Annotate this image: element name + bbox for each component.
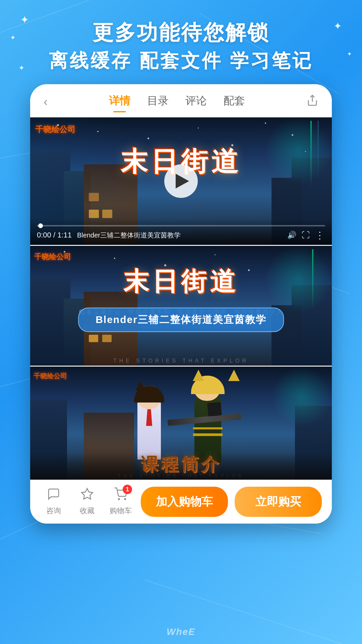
character-2 — [181, 376, 248, 463]
course-intro-title: 课程简介 — [141, 453, 221, 476]
intro-neon-sign: 千晓绘公司 — [34, 372, 67, 381]
header-title: 更多功能待您解锁 — [0, 20, 362, 45]
more-options-icon[interactable]: ⋮ — [315, 230, 325, 241]
phone-nav: ‹ 详情 目录 评论 配套 — [30, 84, 332, 117]
thumbnail-neon-sign: 千晓绘公司 — [34, 252, 71, 262]
cart-button[interactable]: 1 购物车 — [107, 487, 134, 516]
video-title-bar: Blender三辅二整体街道美宜茵教学 — [77, 231, 282, 240]
video-progress-dot[interactable] — [38, 223, 43, 228]
bottom-toolbar: 咨询 收藏 1 购物车 加入购物车 立即购买 — [30, 480, 332, 524]
volume-icon[interactable]: 🔊 — [287, 231, 296, 239]
neon-sign-1: 千晓绘公司 — [35, 124, 75, 135]
svg-point-2 — [118, 499, 119, 500]
header-section: 更多功能待您解锁 离线缓存 配套文件 学习笔记 — [0, 0, 362, 84]
course-title-banner: Blender三辅二整体街道美宜茵教学 — [78, 308, 284, 332]
course-banner-text: Blender三辅二整体街道美宜茵教学 — [96, 314, 266, 325]
cart-label: 购物车 — [110, 506, 132, 516]
phone-frame: ‹ 详情 目录 评论 配套 — [30, 84, 332, 524]
video-icons: 🔊 ⛶ ⋮ — [287, 230, 325, 241]
add-to-cart-button[interactable]: 加入购物车 — [141, 487, 228, 517]
video-info-row: 0:00 / 1:11 Blender三辅二整体街道美宜茵教学 🔊 ⛶ ⋮ — [37, 230, 325, 241]
video-time: 0:00 / 1:11 — [37, 231, 72, 239]
video-progress-bar[interactable] — [37, 225, 325, 226]
watermark: WheE — [167, 627, 195, 637]
svg-marker-1 — [81, 489, 93, 499]
consult-icon — [47, 487, 60, 504]
character-1 — [127, 386, 171, 460]
tab-details[interactable]: 详情 — [109, 94, 130, 110]
collect-icon — [80, 487, 94, 504]
collect-button[interactable]: 收藏 — [74, 487, 101, 516]
header-subtitle: 离线缓存 配套文件 学习笔记 — [0, 48, 362, 74]
fullscreen-icon[interactable]: ⛶ — [302, 230, 310, 240]
stories-text: THE STORIES THAT EXPLOR — [30, 358, 332, 364]
video-player[interactable]: 千晓绘公司 末日街道 0:00 / 1:11 Blender三辅二整体街道美宜茵… — [30, 117, 332, 245]
tab-materials[interactable]: 配套 — [224, 94, 245, 110]
nav-tabs: 详情 目录 评论 配套 — [48, 94, 306, 110]
play-triangle-icon — [176, 174, 189, 189]
cart-badge: 1 — [123, 485, 132, 494]
course-intro-overlay: 课程简介 — [30, 453, 332, 480]
share-button[interactable] — [306, 94, 318, 109]
play-button[interactable] — [164, 164, 198, 198]
svg-point-3 — [125, 499, 126, 500]
collect-label: 收藏 — [80, 506, 95, 516]
back-button[interactable]: ‹ — [44, 95, 48, 109]
consult-label: 咨询 — [46, 506, 61, 516]
thumbnail-title-overlay: 末日街道 — [123, 264, 239, 299]
course-intro-section: 千晓绘公司 — [30, 366, 332, 480]
video-thumbnail: 千晓绘公司 末日街道 临摹宝藏公众，学练手握手写，生活术北七指南，感悟沧桑与少人… — [30, 245, 332, 366]
tab-comments[interactable]: 评论 — [185, 94, 207, 110]
tab-catalog[interactable]: 目录 — [147, 94, 169, 110]
thumbnail-background: 千晓绘公司 末日街道 临摹宝藏公众，学练手握手写，生活术北七指南，感悟沧桑与少人… — [30, 246, 332, 366]
buy-now-button[interactable]: 立即购买 — [235, 487, 322, 517]
video-controls: 0:00 / 1:11 Blender三辅二整体街道美宜茵教学 🔊 ⛶ ⋮ — [30, 218, 332, 245]
consult-button[interactable]: 咨询 — [40, 487, 67, 516]
